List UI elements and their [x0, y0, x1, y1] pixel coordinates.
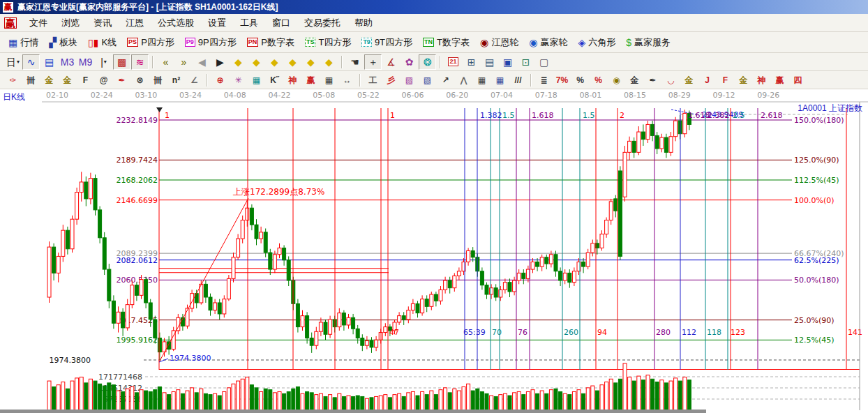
shen-angle-tool-icon[interactable]: 神: [753, 73, 770, 88]
svg-text:1.618: 1.618: [532, 111, 554, 120]
hatch-tool-icon[interactable]: ///: [509, 73, 527, 88]
zigzag-tool-icon[interactable]: ⋀: [455, 73, 472, 88]
prev-bar-icon[interactable]: ◀: [193, 54, 211, 70]
knife-tool-icon[interactable]: ✒: [644, 73, 661, 88]
gold-circle-tool-icon[interactable]: ◉: [608, 73, 625, 88]
gold-line2-tool-icon[interactable]: 金: [680, 73, 698, 88]
menu-帮助[interactable]: 帮助: [347, 14, 380, 32]
volume-profile-icon[interactable]: ≋: [131, 54, 149, 70]
menu-交易委托[interactable]: 交易委托: [297, 14, 347, 32]
angle-pen-tool-icon[interactable]: ∠: [186, 73, 203, 88]
last-bar-icon[interactable]: »: [175, 54, 193, 70]
sectors-button[interactable]: ▞板块: [45, 33, 82, 52]
flower-tool-icon[interactable]: ✿: [401, 54, 418, 70]
pct-line-tool-icon[interactable]: %: [590, 73, 607, 88]
menu-窗口[interactable]: 窗口: [265, 14, 297, 32]
gold-grid-tool-icon[interactable]: 金: [40, 73, 58, 88]
info-note-icon[interactable]: ▤: [40, 54, 58, 70]
gann-wheel-button[interactable]: ◉江恩轮: [476, 33, 523, 52]
net-square-tool-icon[interactable]: ▦: [248, 73, 265, 88]
target-tool-icon[interactable]: ⊕: [211, 73, 229, 88]
purple-box-tool-icon[interactable]: ▨: [401, 73, 418, 88]
kline-chart[interactable]: 02-1002-2403-1003-2404-0804-2205-0805-22…: [0, 89, 868, 413]
wave-3-icon[interactable]: M3: [59, 54, 76, 70]
blue-box-tool-icon[interactable]: ▧: [419, 73, 436, 88]
candle-style-dropdown[interactable]: |▾: [95, 54, 112, 70]
9p-square-button[interactable]: P99P四方形: [181, 33, 241, 52]
f-angle-tool-icon[interactable]: F: [717, 73, 734, 88]
gold-angle-tool-icon[interactable]: 金: [735, 73, 752, 88]
notepad-icon[interactable]: ▤: [481, 54, 498, 70]
shrink-all-icon[interactable]: ◆: [320, 54, 338, 70]
arrow-line-tool-icon[interactable]: ↗: [437, 73, 454, 88]
t-table-button[interactable]: TNT数字表: [419, 33, 474, 52]
shrink-x-icon[interactable]: ◆: [284, 54, 301, 70]
width-tool-icon[interactable]: ↔: [338, 73, 356, 88]
menu-设置[interactable]: 设置: [201, 14, 233, 32]
brush-tool-icon[interactable]: ✑: [4, 73, 22, 88]
menu-文件[interactable]: 文件: [22, 14, 54, 32]
9t-square-button[interactable]: T99T四方形: [357, 33, 417, 52]
crosshair-tool-icon[interactable]: ＋: [364, 54, 382, 70]
shift-right-icon[interactable]: ◆: [248, 54, 265, 70]
menu-工具[interactable]: 工具: [233, 14, 265, 32]
winner-wheel-button[interactable]: ◉赢家轮: [525, 33, 571, 52]
svg-text:260: 260: [564, 328, 578, 337]
grid-a-tool-icon[interactable]: ▦: [473, 73, 491, 88]
kline-button[interactable]: ▯▮K线: [84, 33, 121, 52]
period-day-dropdown[interactable]: 日▾: [4, 54, 22, 70]
wave-9-icon[interactable]: M9: [77, 54, 94, 70]
grid-b-tool-icon[interactable]: ▦: [491, 73, 509, 88]
menu-资讯[interactable]: 资讯: [87, 14, 119, 32]
horizontal-scrollbar[interactable]: [0, 410, 706, 413]
expand-all-icon[interactable]: ◆: [302, 54, 320, 70]
four-angle-tool-icon[interactable]: 四: [789, 73, 807, 88]
grid-tool-icon[interactable]: 卌: [22, 73, 40, 88]
calendar-icon[interactable]: 21: [444, 54, 462, 70]
comb-tool-icon[interactable]: 卌: [149, 73, 167, 88]
levels-tool-icon[interactable]: ≣: [535, 73, 553, 88]
ying-angle-tool-icon[interactable]: 赢: [771, 73, 788, 88]
n2-tool-icon[interactable]: n²: [167, 73, 185, 88]
beam-tool-icon[interactable]: 工: [364, 73, 382, 88]
p-square-button[interactable]: PSP四方形: [123, 33, 179, 52]
hexagon-button[interactable]: ◈六角形: [574, 33, 620, 52]
t-square-button[interactable]: TST四方形: [301, 33, 355, 52]
pct7-tool-icon[interactable]: 7%: [553, 73, 571, 88]
next-bar-icon[interactable]: ▶: [211, 54, 229, 70]
k2-tool-icon[interactable]: K˝: [266, 73, 283, 88]
pattern-icon[interactable]: ▩: [113, 54, 130, 70]
fan-tool-icon[interactable]: 彡: [382, 73, 400, 88]
p-table-button[interactable]: PNP数字表: [243, 33, 299, 52]
hand-tool-icon[interactable]: ☚: [346, 54, 364, 70]
first-bar-icon[interactable]: «: [157, 54, 174, 70]
save-icon[interactable]: ▣: [499, 54, 516, 70]
f-grid-tool-icon[interactable]: F: [77, 73, 94, 88]
j-angle-tool-icon[interactable]: J: [698, 73, 716, 88]
wave-box-tool-icon[interactable]: ◡: [662, 73, 680, 88]
gold-grid2-tool-icon[interactable]: 金: [59, 73, 76, 88]
calculator-icon[interactable]: ⊞: [463, 54, 480, 70]
overlay-mode-icon[interactable]: ∿: [22, 54, 40, 70]
circle-grid-tool-icon[interactable]: ⊛: [131, 73, 149, 88]
expand-x-icon[interactable]: ◆: [266, 54, 283, 70]
ying-tool-icon[interactable]: 赢: [302, 73, 320, 88]
gold-line-tool-icon[interactable]: 金: [626, 73, 643, 88]
menu-江恩[interactable]: 江恩: [119, 14, 151, 32]
angle-measure-icon[interactable]: ∡: [382, 54, 400, 70]
map-tool-icon[interactable]: ❂: [419, 54, 436, 70]
main-toolbar: ▦行情▞板块▯▮K线PSP四方形P99P四方形PNP数字表TST四方形T99T四…: [0, 32, 868, 53]
menu-浏览[interactable]: 浏览: [54, 14, 87, 32]
menu-公式选股[interactable]: 公式选股: [151, 14, 201, 32]
quotes-button[interactable]: ▦行情: [4, 33, 43, 52]
network-icon[interactable]: ⊡: [517, 54, 534, 70]
ruler-pen-tool-icon[interactable]: ✒: [113, 73, 130, 88]
star-tool-icon[interactable]: ✳: [230, 73, 247, 88]
shen-tool-icon[interactable]: 神: [284, 73, 301, 88]
computer-icon[interactable]: ▢: [535, 54, 553, 70]
spiral-tool-icon[interactable]: @: [95, 73, 112, 88]
pct-tool-icon[interactable]: %: [571, 73, 589, 88]
winner-service-button[interactable]: $赢家服务: [622, 33, 675, 52]
shift-left-icon[interactable]: ◆: [230, 54, 247, 70]
grid123-tool-icon[interactable]: ▦: [320, 73, 338, 88]
